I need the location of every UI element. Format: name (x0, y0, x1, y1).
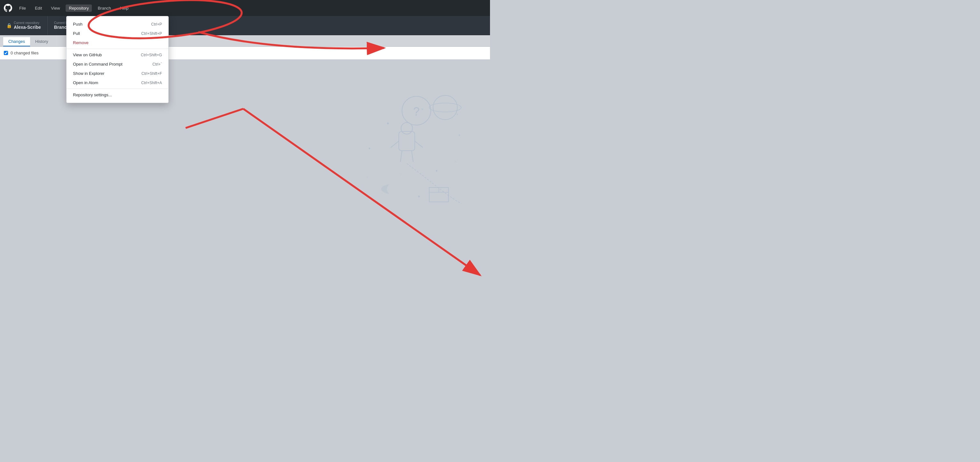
github-logo-icon (4, 4, 12, 12)
svg-text:×: × (457, 113, 458, 116)
titlebar: File Edit View Repository Branch Help (0, 0, 490, 16)
svg-text:◇: ◇ (367, 176, 368, 178)
tab-changes[interactable]: Changes (3, 37, 30, 46)
svg-line-8 (400, 151, 402, 162)
repo-name: Alexa-Scribe (14, 25, 41, 30)
show-in-explorer-menu-item[interactable]: Show in Explorer Ctrl+Shift+F (67, 69, 169, 78)
menu-file[interactable]: File (16, 5, 29, 12)
menu-group-sync: Push Ctrl+P Pull Ctrl+Shift+P Remove (67, 18, 169, 49)
open-command-prompt-menu-item[interactable]: Open in Command Prompt Ctrl+` (67, 60, 169, 69)
svg-text:◆: ◆ (418, 195, 420, 198)
menu-group-settings: Repository settings... (67, 89, 169, 101)
svg-point-3 (429, 103, 461, 112)
repository-settings-menu-item[interactable]: Repository settings... (67, 90, 169, 100)
tab-history[interactable]: History (30, 37, 53, 46)
svg-text:○: ○ (400, 173, 402, 175)
svg-text:?: ? (413, 105, 420, 118)
svg-text:✦: ✦ (458, 133, 461, 137)
view-on-github-menu-item[interactable]: View on GitHub Ctrl+Shift+G (67, 50, 169, 60)
changed-files-count: 0 changed files (11, 51, 38, 56)
repository-dropdown-menu: Push Ctrl+P Pull Ctrl+Shift+P Remove Vie… (66, 16, 169, 103)
menu-edit[interactable]: Edit (32, 5, 45, 12)
open-in-atom-menu-item[interactable]: Open in Atom Ctrl+Shift+A (67, 78, 169, 87)
menu-help[interactable]: Help (117, 5, 132, 12)
svg-text:◆: ◆ (368, 147, 371, 150)
menu-view[interactable]: View (48, 5, 63, 12)
svg-line-9 (412, 151, 413, 162)
current-repo-label: Current repository (14, 21, 41, 25)
empty-state-illustration: ? ✦ ✦ ◆ ◆ ◇ ◇ ○ ◆ × (336, 79, 465, 208)
svg-point-2 (433, 95, 457, 120)
select-all-checkbox[interactable] (4, 51, 8, 55)
menu-repository[interactable]: Repository (65, 5, 92, 12)
svg-text:◇: ◇ (455, 160, 457, 162)
push-menu-item[interactable]: Push Ctrl+P (67, 19, 169, 29)
current-repo-section[interactable]: 🔒 Current repository Alexa-Scribe (0, 16, 48, 35)
svg-text:◆: ◆ (436, 169, 438, 172)
svg-text:✦: ✦ (386, 121, 390, 126)
svg-point-5 (401, 122, 412, 134)
lock-icon: 🔒 (6, 23, 12, 28)
svg-line-6 (391, 141, 399, 148)
menu-group-open: View on GitHub Ctrl+Shift+G Open in Comm… (67, 49, 169, 89)
pull-menu-item[interactable]: Pull Ctrl+Shift+P (67, 29, 169, 38)
remove-menu-item[interactable]: Remove (67, 38, 169, 48)
menu-branch[interactable]: Branch (94, 5, 114, 12)
svg-line-7 (415, 141, 423, 148)
svg-text:×: × (421, 107, 423, 112)
